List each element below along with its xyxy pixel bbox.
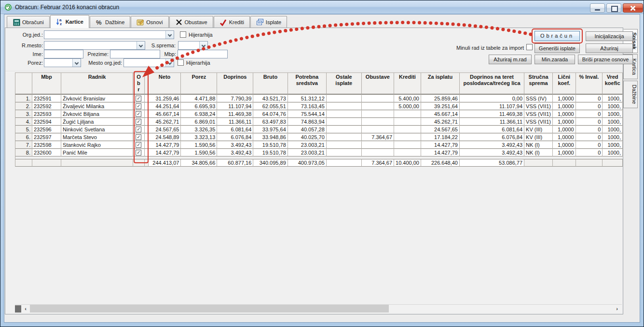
obr-checkbox[interactable]: ✓ [136, 142, 141, 148]
inicijalizacija-button[interactable]: Inicijalizacija [586, 31, 633, 41]
scrollbar-grip[interactable] [15, 305, 21, 313]
org-jed-combo[interactable] [44, 30, 174, 39]
hijerarhija-checkbox-2[interactable] [178, 59, 184, 66]
mesto-org-jed-combo[interactable] [123, 58, 174, 67]
min-zarada-button[interactable]: Min.zarada [534, 55, 575, 64]
row-number-cell[interactable]: 6. [15, 133, 32, 141]
chevron-down-icon[interactable] [72, 59, 81, 67]
tab-isplate[interactable]: Isplate [250, 16, 287, 28]
totals-empty-cell [32, 159, 61, 167]
obr-checkbox[interactable]: ✓ [136, 150, 141, 156]
col-header-radnik[interactable]: Radnik [61, 73, 133, 95]
r-mesto-combo[interactable] [44, 41, 145, 50]
tab-obustave[interactable]: Obustave [169, 16, 213, 28]
azuriraj-button[interactable]: Ažuriraj [586, 43, 633, 53]
col-header-licni[interactable]: Lični koef. [553, 73, 576, 95]
cell-ostale [327, 141, 362, 149]
total-doprinos_teret: 53.086,77 [460, 159, 524, 167]
cell-doprinos_teret: 6.076,84 [460, 133, 524, 141]
mbp-input[interactable] [178, 50, 228, 58]
obr-checkbox[interactable]: ✓ [136, 96, 141, 101]
tab-krediti[interactable]: Krediti [214, 16, 250, 28]
brisi-prazne-osnove-button[interactable]: Briši prazne osnove [578, 55, 633, 64]
azuriraj-mrad-button[interactable]: Ažuriraj m.rad [489, 55, 532, 64]
totals-empty-cell [145, 159, 149, 167]
col-header-row-number[interactable] [15, 73, 32, 95]
cell-strucna: SSS (IV) [524, 95, 553, 102]
col-header-bruto[interactable]: Bruto [253, 73, 288, 95]
row-number-cell[interactable]: 2. [15, 102, 32, 110]
col-header-mbp[interactable]: Mbp [32, 73, 61, 95]
col-header-potrebna[interactable]: Potrebna sredstva [288, 73, 327, 95]
col-header-gutter[interactable] [145, 73, 149, 95]
col-header-obustave[interactable]: Obustave [362, 73, 394, 95]
chevron-down-icon[interactable] [165, 59, 174, 67]
row-number-cell[interactable]: 1. [15, 95, 32, 102]
cell-obustave [362, 102, 394, 110]
minuli-rad-checkbox[interactable] [526, 44, 533, 50]
col-header-neto[interactable]: Neto [149, 73, 181, 95]
row-number-cell[interactable]: 7. [15, 141, 32, 149]
scroll-right-icon[interactable]: › [613, 305, 621, 313]
obr-checkbox[interactable]: ✓ [136, 103, 141, 109]
col-header-doprinos_teret[interactable]: Doprinos na teret poslodavca/trećeg lica [460, 73, 524, 95]
obr-checkbox[interactable]: ✓ [136, 111, 141, 117]
table-row[interactable]: 1.232591Živković Branislav✓31.259,464.47… [15, 95, 623, 102]
side-tab-da-bine[interactable]: Dažbine [623, 81, 638, 108]
table-row[interactable]: 3.232593Živković Biljana✓45.667,146.938,… [15, 110, 623, 118]
col-header-inval[interactable]: % Inval. [576, 73, 603, 95]
tab-obra-uni[interactable]: Obračuni [7, 16, 50, 28]
col-header-strucna[interactable]: Stručna sprema [524, 73, 553, 95]
row-number-cell[interactable]: 5. [15, 126, 32, 133]
chevron-down-icon[interactable] [165, 31, 174, 39]
ime-input[interactable] [44, 50, 83, 58]
table-row[interactable]: 7.232598Stanković Rajko✓14.427,791.590,5… [15, 141, 623, 149]
table-row[interactable]: 6.232597Marčeta Stevo✓24.548,893.323,136… [15, 133, 623, 141]
table-row[interactable]: 4.232594Žugić Ljiljana✓45.262,716.869,01… [15, 118, 623, 126]
tab-label: Isplate [266, 19, 281, 25]
obracun-button[interactable]: Obračun [534, 31, 580, 41]
table-row[interactable]: 5.232596Ninković Svetlana✓24.567,653.326… [15, 126, 623, 133]
obr-checkbox[interactable]: ✓ [136, 119, 141, 125]
col-header-obr[interactable]: Obr [133, 73, 145, 95]
close-button[interactable] [623, 3, 643, 13]
horizontal-scrollbar[interactable]: ‹ › [15, 304, 622, 313]
chevron-down-icon[interactable] [199, 42, 207, 49]
cell-za_isplatu: 45.262,71 [421, 118, 460, 126]
table-row[interactable]: 8.232600Panić Mile✓14.427,791.590,563.49… [15, 149, 623, 156]
tab-osnovi[interactable]: Osnovi [131, 16, 168, 28]
minimize-button[interactable] [590, 3, 605, 13]
table-row[interactable]: 2.232592Živaljević Milanka✓44.251,646.69… [15, 102, 623, 110]
col-header-doprinos[interactable]: Doprinos [217, 73, 253, 95]
cell-licni: 1,0000 [553, 133, 576, 141]
scroll-left-icon[interactable]: ‹ [22, 305, 29, 313]
porez-combo[interactable] [44, 58, 81, 67]
prezime-input[interactable] [110, 50, 160, 58]
obr-checkbox[interactable]: ✓ [136, 127, 141, 132]
obr-checkbox[interactable]: ✓ [136, 134, 141, 140]
obr-cell: ✓ [133, 110, 145, 118]
col-header-porez[interactable]: Porez [181, 73, 217, 95]
col-header-za_isplatu[interactable]: Za isplatu [421, 73, 460, 95]
row-number-cell[interactable]: 4. [15, 118, 32, 126]
maximize-button[interactable] [606, 3, 621, 13]
scrollbar-thumb[interactable] [30, 305, 389, 313]
cell-licni: 1,0000 [553, 110, 576, 118]
total-potrebna: 400.973,05 [288, 159, 327, 167]
chevron-down-icon[interactable] [137, 42, 145, 49]
row-number-cell[interactable]: 3. [15, 110, 32, 118]
tab-da-bine[interactable]: %Dažbine [90, 16, 130, 28]
cell-potrebna: 23.003,21 [288, 141, 327, 149]
generisi-isplate-button[interactable]: Generiši isplate [534, 43, 580, 53]
cell-doprinos: 6.076,84 [217, 133, 253, 141]
title-bar[interactable]: Obracun: Februar 2016 konacni obracun [0, 0, 644, 14]
col-header-krediti[interactable]: Krediti [394, 73, 421, 95]
tab-kartice[interactable]: azKartice [50, 15, 89, 28]
row-number-cell[interactable]: 8. [15, 149, 32, 156]
hijerarhija-checkbox-1[interactable] [180, 31, 186, 38]
cell-obustave [362, 149, 394, 156]
col-header-vred[interactable]: Vred koefic [603, 73, 623, 95]
cell-neto: 45.667,14 [149, 110, 181, 118]
col-header-ostale[interactable]: Ostale isplate [327, 73, 362, 95]
s-sprema-combo[interactable] [178, 41, 208, 50]
